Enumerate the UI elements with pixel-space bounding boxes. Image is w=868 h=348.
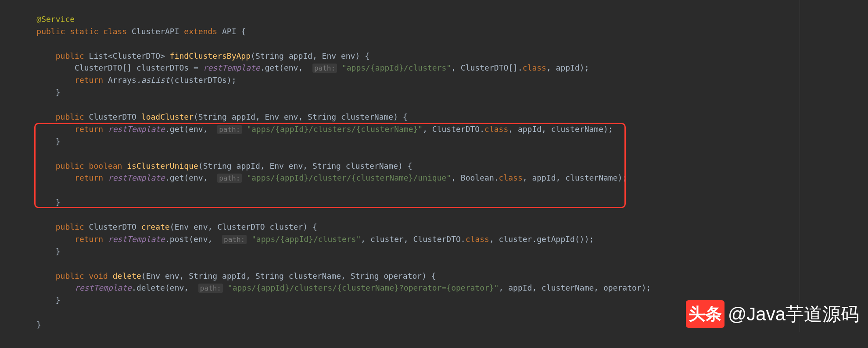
- code-line: public static class ClusterAPI extends A…: [18, 27, 246, 36]
- code-line: public ClusterDTO create(Env env, Cluste…: [18, 222, 317, 231]
- code-line: return restTemplate.get(env, path: "apps…: [18, 173, 627, 182]
- code-line: [18, 39, 22, 48]
- code-line: public List<ClusterDTO> findClustersByAp…: [18, 51, 369, 60]
- watermark-logo: 头条: [686, 300, 725, 328]
- code-line: [18, 185, 22, 195]
- code-line: ClusterDTO[] clusterDTOs = restTemplate.…: [18, 63, 589, 72]
- code-line: public void delete(Env env, String appId…: [18, 271, 436, 281]
- code-line: }: [18, 137, 61, 146]
- code-line: return restTemplate.post(env, path: "app…: [18, 234, 594, 244]
- code-line: [18, 210, 22, 219]
- code-line: [18, 259, 22, 268]
- code-line: restTemplate.delete(env, path: "apps/{ap…: [18, 283, 651, 292]
- code-line: }: [18, 88, 61, 97]
- code-line: return restTemplate.get(env, path: "apps…: [18, 124, 613, 134]
- code-line: }: [18, 295, 61, 305]
- code-editor: @Service public static class ClusterAPI …: [18, 1, 868, 331]
- annotation: @Service: [36, 14, 75, 24]
- code-line: }: [18, 320, 41, 329]
- code-line: public boolean isClusterUnique(String ap…: [18, 161, 412, 170]
- code-line: public ClusterDTO loadCluster(String app…: [18, 112, 408, 121]
- code-line: [18, 100, 22, 109]
- code-line: return Arrays.asList(clusterDTOs);: [18, 75, 237, 85]
- code-line: [18, 308, 22, 317]
- code-line: }: [18, 198, 61, 207]
- code-line: @Service: [18, 14, 75, 24]
- watermark-text: @Java芋道源码: [728, 300, 859, 328]
- watermark: 头条 @Java芋道源码: [686, 300, 859, 328]
- code-line: [18, 149, 22, 158]
- code-line: }: [18, 247, 61, 256]
